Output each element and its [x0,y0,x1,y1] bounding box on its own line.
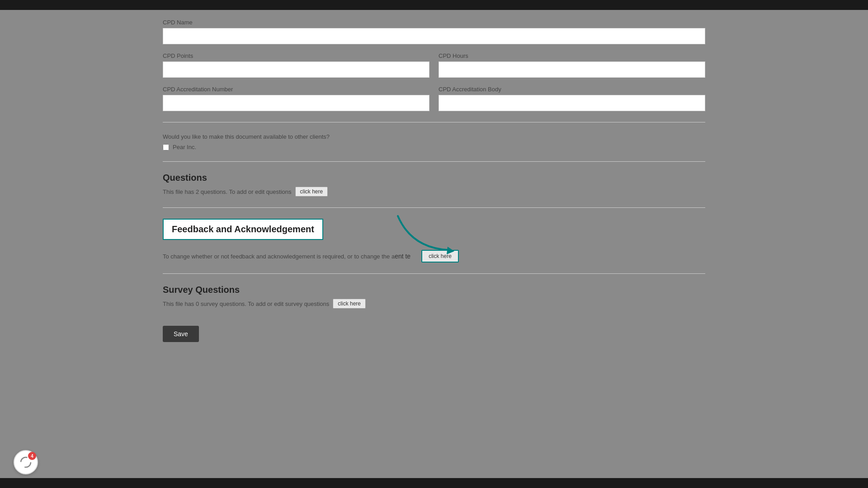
feedback-desc-row: To change whether or not feedback and ac… [163,250,705,263]
pear-inc-checkbox[interactable] [163,144,169,150]
survey-desc: This file has 0 survey questions. To add… [163,299,705,309]
cpd-points-group: CPD Points [163,52,429,78]
feedback-desc-spacer [410,255,418,258]
cpd-accreditation-body-input[interactable] [439,95,705,111]
feedback-click-here-button[interactable]: click here [421,250,459,263]
feedback-section: Feedback and Acknowledgement To change w… [163,219,705,263]
cpd-accreditation-number-group: CPD Accreditation Number [163,86,429,111]
cpd-hours-group: CPD Hours [439,52,705,78]
save-button[interactable]: Save [163,326,199,342]
top-bar [0,0,868,10]
cpd-accreditation-number-label: CPD Accreditation Number [163,86,429,93]
divider-3 [163,207,705,208]
divider-4 [163,273,705,274]
feedback-desc-text2: ent te [395,253,410,260]
cpd-accreditation-body-group: CPD Accreditation Body [439,86,705,111]
cpd-hours-input[interactable] [439,61,705,78]
survey-desc-text: This file has 0 survey questions. To add… [163,300,329,307]
notification-badge: 4 [28,452,36,460]
cpd-accreditation-number-input[interactable] [163,95,429,111]
questions-title: Questions [163,173,705,183]
cpd-accreditation-row: CPD Accreditation Number CPD Accreditati… [163,86,705,111]
cpd-points-input[interactable] [163,61,429,78]
divider-2 [163,161,705,162]
survey-section: Survey Questions This file has 0 survey … [163,285,705,309]
cpd-name-input[interactable] [163,28,705,44]
feedback-title-box: Feedback and Acknowledgement [163,219,323,240]
questions-desc: This file has 2 questions. To add or edi… [163,187,705,197]
available-question-label: Would you like to make this document ava… [163,133,705,140]
available-clients-group: Would you like to make this document ava… [163,133,705,150]
feedback-title: Feedback and Acknowledgement [172,224,314,234]
survey-click-here-button[interactable]: click here [333,299,366,309]
feedback-header-wrapper: Feedback and Acknowledgement [163,219,705,244]
divider-1 [163,122,705,122]
notification-widget[interactable]: 4 [14,450,38,474]
cpd-accreditation-body-label: CPD Accreditation Body [439,86,705,93]
cpd-points-hours-row: CPD Points CPD Hours [163,52,705,78]
questions-click-here-button[interactable]: click here [295,187,328,197]
questions-section: Questions This file has 2 questions. To … [163,173,705,197]
main-content: CPD Name CPD Points CPD Hours CPD Accred… [163,10,705,360]
feedback-desc-text: To change whether or not feedback and ac… [163,253,395,260]
bottom-bar [0,478,868,488]
cpd-name-label: CPD Name [163,19,705,26]
pear-inc-checkbox-row: Pear Inc. [163,144,705,150]
questions-desc-text: This file has 2 questions. To add or edi… [163,188,292,195]
pear-inc-label: Pear Inc. [173,144,196,150]
cpd-points-label: CPD Points [163,52,429,59]
cpd-hours-label: CPD Hours [439,52,705,59]
survey-title: Survey Questions [163,285,705,295]
cpd-name-group: CPD Name [163,19,705,44]
